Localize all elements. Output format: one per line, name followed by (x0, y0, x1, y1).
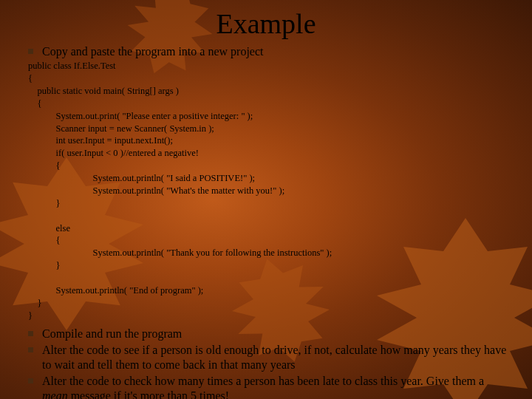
bullet-1: Copy and paste the program into a new pr… (28, 44, 510, 58)
slide: Example Copy and paste the program into … (0, 0, 532, 399)
bullet-icon (28, 49, 33, 54)
bullet-4-pre: Alter the code to check how many times a… (42, 375, 484, 387)
bullet-2-text: Compile and run the program (42, 327, 182, 341)
bullet-1-text: Copy and paste the program into a new pr… (42, 44, 263, 58)
bullet-2: Compile and run the program (28, 327, 510, 341)
bullet-3-text: Alter the code to see if a person is old… (42, 343, 510, 372)
bullet-icon (28, 378, 33, 383)
bullet-icon (28, 331, 33, 336)
bullet-4-post: message if it's more than 5 times! (68, 389, 229, 399)
bullet-4: Alter the code to check how many times a… (28, 374, 510, 399)
bullet-3: Alter the code to see if a person is old… (28, 343, 510, 372)
bullet-4-text: Alter the code to check how many times a… (42, 374, 510, 399)
bullet-4-em: mean (42, 389, 68, 399)
slide-title: Example (22, 7, 510, 40)
code-block: public class If.Else.Test { public stati… (28, 60, 510, 321)
bullet-icon (28, 347, 33, 352)
